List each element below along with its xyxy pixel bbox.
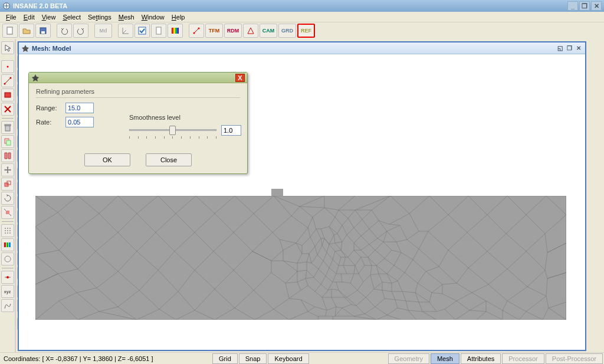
axis-button[interactable] — [118, 24, 133, 38]
delete-tool[interactable] — [1, 121, 14, 134]
svg-rect-36 — [4, 242, 6, 247]
menu-edit[interactable]: Edit — [20, 12, 38, 22]
dialog-titlebar[interactable]: X — [29, 73, 247, 83]
svg-rect-4 — [139, 27, 146, 34]
sub-max-button[interactable]: ❐ — [565, 44, 573, 53]
pointer-tool[interactable] — [1, 41, 14, 54]
rate-label: Rate: — [36, 119, 65, 126]
smoothness-label: Smoothness level — [129, 114, 241, 121]
save-button[interactable] — [35, 24, 51, 38]
dialog-close-button[interactable]: X — [235, 74, 245, 82]
sub-close-button[interactable]: ✕ — [575, 44, 583, 53]
svg-line-16 — [5, 78, 11, 84]
mesh-subwindow: Mesh: Model ◱ ❐ ✕ — [18, 41, 586, 351]
processor-mode[interactable]: Processor — [502, 353, 544, 364]
keyboard-toggle[interactable]: Keyboard — [268, 353, 308, 364]
md-button[interactable]: Md — [94, 24, 112, 38]
subwindow-titlebar[interactable]: Mesh: Model ◱ ❐ ✕ — [19, 42, 585, 54]
snap-toggle[interactable]: Snap — [239, 353, 267, 364]
maximize-button[interactable]: ❐ — [579, 1, 590, 11]
xyz-tool[interactable]: xyz — [1, 285, 14, 298]
point-tool[interactable] — [1, 60, 14, 73]
new-button[interactable] — [2, 24, 18, 38]
redo-button[interactable] — [73, 24, 88, 38]
range-label: Range: — [36, 104, 65, 112]
scale-tool[interactable] — [1, 206, 14, 219]
transform-tool[interactable] — [1, 178, 14, 191]
tfm-button[interactable]: TFM — [205, 24, 223, 38]
svg-point-30 — [5, 230, 6, 231]
circle-tool[interactable] — [1, 252, 14, 265]
node-tool[interactable] — [1, 271, 14, 284]
menu-mesh[interactable]: Mesh — [115, 12, 138, 22]
minimize-button[interactable]: _ — [567, 1, 578, 11]
slider-thumb[interactable] — [169, 126, 176, 135]
path-tool[interactable] — [1, 299, 14, 312]
svg-rect-8 — [174, 28, 175, 34]
flip-tool[interactable] — [1, 149, 14, 162]
status-bar: Coordinates: [ X= -0,8367 | Y= 1,3860 | … — [0, 352, 604, 364]
menu-help[interactable]: Help — [168, 12, 189, 22]
close-button[interactable]: ✕ — [591, 1, 602, 11]
mesh-mode[interactable]: Mesh — [431, 353, 459, 364]
geometry-mode[interactable]: Geometry — [388, 353, 429, 364]
menu-window[interactable]: Window — [138, 12, 168, 22]
dialog-close-btn[interactable]: Close — [146, 153, 192, 166]
app-icon — [2, 2, 11, 10]
range-input[interactable] — [65, 103, 94, 113]
svg-rect-6 — [172, 28, 173, 34]
grd-button[interactable]: GRD — [278, 24, 296, 38]
svg-point-41 — [6, 276, 9, 278]
undo-button[interactable] — [57, 24, 72, 38]
smoothness-value[interactable] — [221, 125, 241, 136]
svg-point-32 — [9, 230, 11, 231]
svg-rect-3 — [41, 31, 45, 34]
line-red-button[interactable] — [189, 24, 204, 38]
palette-tool[interactable] — [1, 238, 14, 251]
smoothness-slider[interactable] — [129, 124, 216, 136]
triangle-button[interactable] — [243, 24, 258, 38]
mesh-notch — [271, 189, 283, 196]
move-tool[interactable] — [1, 163, 14, 176]
svg-point-17 — [4, 83, 5, 85]
menu-settings[interactable]: Settings — [84, 12, 115, 22]
left-toolbar: xyz — [0, 39, 15, 352]
svg-point-34 — [7, 232, 8, 234]
svg-point-28 — [7, 228, 8, 229]
svg-rect-20 — [5, 126, 10, 131]
svg-rect-38 — [9, 242, 11, 247]
cam-button[interactable]: CAM — [260, 24, 277, 38]
menu-select[interactable]: Select — [59, 12, 84, 22]
ok-button[interactable]: OK — [84, 153, 130, 166]
mesh-display — [35, 196, 566, 320]
svg-rect-21 — [5, 124, 11, 126]
spectrum-button[interactable] — [168, 24, 183, 38]
open-button[interactable] — [19, 24, 34, 38]
mesh-canvas-area[interactable]: X Refining parameters Range: Rate: Smoot… — [19, 54, 585, 350]
cross-tool[interactable] — [1, 103, 14, 116]
attributes-mode[interactable]: Attributes — [461, 353, 501, 364]
dialog-icon — [31, 74, 40, 82]
svg-rect-26 — [6, 211, 9, 214]
svg-rect-10 — [176, 28, 178, 34]
copy-tool[interactable] — [1, 135, 14, 148]
ref-button[interactable]: REF — [297, 24, 315, 38]
menu-view[interactable]: View — [38, 12, 60, 22]
svg-rect-7 — [173, 28, 174, 34]
rate-input[interactable] — [65, 117, 94, 127]
subwindow-title: Mesh: Model — [32, 45, 71, 52]
postprocessor-mode[interactable]: Post-Processor — [546, 353, 603, 364]
window-titlebar: INSANE 2.0 BETA _ ❐ ✕ — [0, 0, 604, 12]
grid-toggle[interactable]: Grid — [212, 353, 238, 364]
app-title: INSANE 2.0 BETA — [13, 2, 67, 9]
grid-tool[interactable] — [1, 224, 14, 237]
sub-min-button[interactable]: ◱ — [556, 44, 564, 53]
rotate-tool[interactable] — [1, 192, 14, 205]
page-button[interactable] — [151, 24, 166, 38]
menu-file[interactable]: File — [2, 12, 20, 22]
check-button[interactable] — [134, 24, 150, 38]
rdm-button[interactable]: RDM — [224, 24, 242, 38]
line-tool[interactable] — [1, 74, 14, 87]
svg-point-27 — [5, 228, 6, 229]
rect-tool[interactable] — [1, 88, 14, 101]
